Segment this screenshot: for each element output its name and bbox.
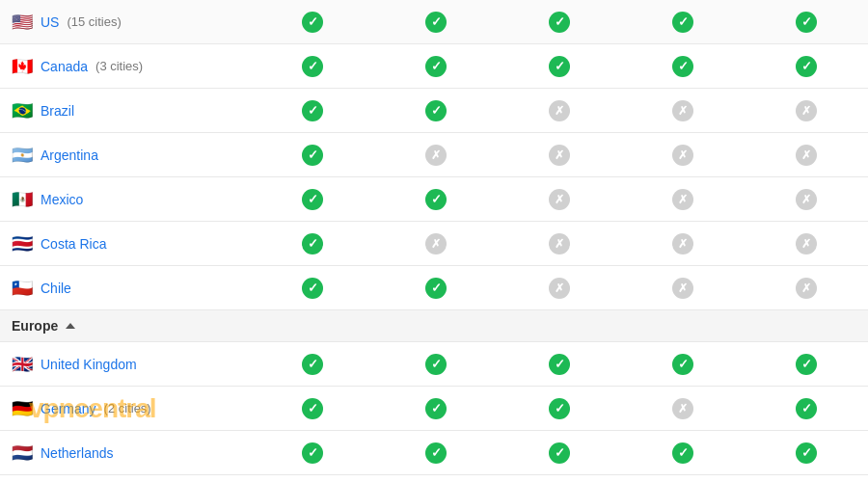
country-cell: 🇨🇦Canada(3 cities) (0, 58, 251, 75)
check-cell-2 (374, 442, 498, 464)
check-cell-2 (374, 398, 498, 419)
check-cell-3 (498, 354, 621, 375)
country-link[interactable]: US (41, 14, 59, 30)
check-cell-3 (498, 12, 621, 33)
check-gray-icon (796, 145, 817, 166)
check-green-icon (549, 398, 570, 419)
check-gray-icon (549, 233, 570, 254)
check-green-icon (425, 278, 447, 299)
table-row: 🇧🇷Brazil (0, 89, 868, 133)
flag-icon: 🇲🇽 (12, 191, 33, 208)
check-cell-4 (621, 398, 745, 419)
check-cell-1 (251, 56, 374, 77)
country-link[interactable]: Brazil (41, 103, 74, 119)
check-cell-1 (251, 145, 374, 166)
table-row: 🇨🇷Costa Rica (0, 222, 868, 266)
flag-icon: 🇨🇷 (12, 235, 33, 253)
check-green-icon (796, 398, 817, 419)
check-cell-5 (745, 100, 868, 121)
check-cell-2 (374, 145, 498, 166)
check-gray-icon (549, 100, 570, 121)
check-green-icon (796, 442, 817, 464)
country-link[interactable]: United Kingdom (41, 357, 137, 372)
flag-icon: 🇧🇷 (12, 102, 33, 120)
check-cell-5 (745, 233, 868, 254)
city-count: (2 cities) (104, 401, 151, 415)
table-row: 🇨🇱Chile (0, 266, 868, 310)
table-row: 🇨🇦Canada(3 cities) (0, 44, 868, 89)
check-gray-icon (672, 145, 693, 166)
table-row: 🇦🇷Argentina (0, 133, 868, 177)
country-link[interactable]: Netherlands (41, 445, 114, 461)
check-green-icon (302, 100, 323, 121)
check-gray-icon (672, 189, 693, 210)
check-cell-4 (621, 354, 745, 375)
country-link[interactable]: Argentina (41, 147, 98, 163)
country-link[interactable]: Costa Rica (41, 236, 106, 252)
check-cell-4 (621, 233, 745, 254)
check-cell-5 (745, 56, 868, 77)
check-green-icon (302, 12, 323, 33)
country-cell: 🇬🇧United Kingdom (0, 356, 251, 373)
check-cell-5 (745, 145, 868, 166)
country-link[interactable]: Canada (41, 59, 88, 74)
check-gray-icon (549, 278, 570, 299)
country-link[interactable]: Chile (41, 281, 71, 296)
check-cell-1 (251, 442, 374, 464)
flag-icon: 🇳🇱 (12, 444, 33, 462)
country-cell: 🇦🇷Argentina (0, 147, 251, 164)
check-cell-3 (498, 398, 621, 419)
check-green-icon (425, 100, 447, 121)
chevron-up-icon[interactable] (66, 323, 75, 329)
check-green-icon (796, 12, 817, 33)
check-cell-3 (498, 442, 621, 464)
check-cell-2 (374, 233, 498, 254)
check-cell-5 (745, 12, 868, 33)
check-cell-2 (374, 278, 498, 299)
check-cell-2 (374, 189, 498, 210)
check-green-icon (425, 56, 447, 77)
check-green-icon (425, 12, 447, 33)
section-header-europe: Europe (0, 310, 868, 342)
country-link[interactable]: Germany (41, 401, 96, 416)
check-green-icon (425, 442, 447, 464)
flag-icon: 🇨🇦 (12, 58, 33, 75)
flag-icon: 🇦🇷 (12, 147, 33, 164)
country-cell: 🇧🇷Brazil (0, 102, 251, 120)
check-green-icon (425, 354, 447, 375)
check-green-icon (425, 189, 447, 210)
country-cell: 🇳🇱Netherlands (0, 444, 251, 462)
comparison-table: 🇺🇸US(15 cities)🇨🇦Canada(3 cities)🇧🇷Brazi… (0, 0, 868, 482)
country-cell: 🇨🇱Chile (0, 280, 251, 297)
check-cell-4 (621, 100, 745, 121)
check-cell-5 (745, 189, 868, 210)
check-cell-5 (745, 354, 868, 375)
check-gray-icon (796, 189, 817, 210)
check-cell-2 (374, 12, 498, 33)
check-green-icon (302, 354, 323, 375)
table-row: 🇺🇸US(15 cities) (0, 0, 868, 44)
country-cell: 🇩🇪Germany(2 cities) (0, 400, 251, 417)
check-cell-5 (745, 278, 868, 299)
check-cell-2 (374, 354, 498, 375)
check-green-icon (302, 442, 323, 464)
check-gray-icon (796, 233, 817, 254)
check-green-icon (796, 354, 817, 375)
country-link[interactable]: Mexico (41, 192, 83, 207)
check-cell-3 (498, 56, 621, 77)
check-green-icon (302, 398, 323, 419)
check-gray-icon (672, 100, 693, 121)
check-green-icon (672, 12, 693, 33)
check-gray-icon (425, 233, 447, 254)
check-cell-2 (374, 100, 498, 121)
check-cell-1 (251, 100, 374, 121)
check-green-icon (672, 442, 693, 464)
check-cell-4 (621, 442, 745, 464)
country-cell: 🇺🇸US(15 cities) (0, 13, 251, 31)
check-green-icon (672, 354, 693, 375)
section-label: Europe (12, 318, 58, 334)
check-gray-icon (796, 278, 817, 299)
city-count: (15 cities) (67, 14, 121, 29)
check-green-icon (302, 56, 323, 77)
check-cell-5 (745, 398, 868, 419)
